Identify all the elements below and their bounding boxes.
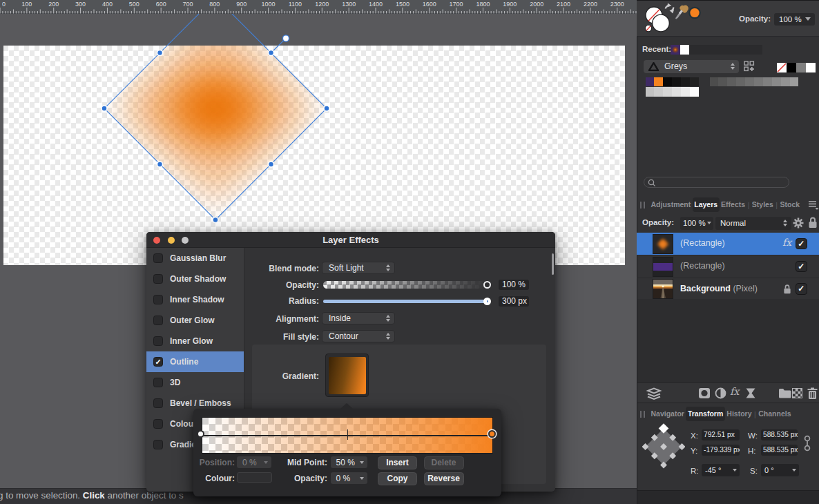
- layer-fx-icon[interactable]: fx: [730, 386, 740, 397]
- layer-settings-gear-icon[interactable]: [792, 217, 804, 229]
- palette-swatch[interactable]: [763, 77, 772, 86]
- insert-button[interactable]: Insert: [378, 456, 417, 469]
- layer-visibility-checkbox[interactable]: ✓: [796, 283, 807, 295]
- radius-slider[interactable]: [323, 300, 488, 303]
- effect-checkbox[interactable]: [153, 274, 163, 284]
- effect-checkbox[interactable]: [153, 398, 163, 408]
- effect-checkbox[interactable]: [153, 336, 163, 346]
- effect-checkbox[interactable]: [153, 378, 163, 387]
- transform-h-field[interactable]: 588.535 px: [761, 445, 798, 456]
- recent-swatch-white[interactable]: [680, 45, 690, 55]
- palette-swatch[interactable]: [654, 77, 663, 86]
- gradient-midpoint-marker[interactable]: [347, 429, 349, 440]
- blend-mode-dropdown[interactable]: Normal: [715, 217, 791, 230]
- layer-thumbnail-diamond[interactable]: [653, 234, 673, 254]
- recent-swatch-gradient[interactable]: [671, 45, 680, 55]
- link-dimensions-icon[interactable]: [803, 433, 811, 454]
- palette-swatch[interactable]: [663, 77, 672, 86]
- dialog-scrollbar[interactable]: [552, 253, 554, 275]
- fill-style-select[interactable]: Contour: [322, 330, 395, 342]
- effect-row-3d[interactable]: 3D: [146, 372, 244, 393]
- gradient-swatch-button[interactable]: [325, 353, 369, 397]
- anchor-point-selector[interactable]: [642, 421, 685, 472]
- effect-checkbox[interactable]: [153, 440, 163, 449]
- tab-layers[interactable]: Layers: [693, 197, 720, 212]
- transform-y-field[interactable]: -179.339 px: [702, 445, 740, 456]
- layer-row-2[interactable]: (Rectangle)✓: [637, 255, 819, 278]
- tab-stock[interactable]: Stock: [778, 197, 802, 212]
- layer-thumbnail-purple[interactable]: [653, 257, 673, 277]
- fill-stroke-selector[interactable]: [637, 1, 706, 37]
- mid-point-dropdown[interactable]: 50 %: [331, 456, 367, 468]
- transform-s-dropdown[interactable]: 0 °: [761, 464, 799, 476]
- transparency-icon[interactable]: [792, 388, 802, 398]
- palette-dropdown[interactable]: Greys: [644, 60, 739, 73]
- blend-mode-select[interactable]: Soft Light: [322, 262, 395, 274]
- effect-row-gaussian-blur[interactable]: Gaussian Blur: [146, 248, 244, 269]
- panel-grip[interactable]: [640, 202, 645, 209]
- effect-row-outer-shadow[interactable]: Outer Shadow: [146, 269, 244, 289]
- layer-thumbnail-photo[interactable]: [653, 279, 673, 299]
- palette-swatch[interactable]: [754, 77, 763, 86]
- delete-button[interactable]: Delete: [424, 456, 464, 469]
- tab-channels[interactable]: Channels: [757, 407, 793, 421]
- swatch-7F7F7F[interactable]: [796, 63, 806, 72]
- live-filter-icon[interactable]: [745, 387, 756, 399]
- stop-opacity-dropdown[interactable]: 0 %: [331, 472, 367, 484]
- effect-checkbox[interactable]: [153, 316, 163, 325]
- palette-swatch[interactable]: [745, 77, 754, 86]
- radius-value[interactable]: 300 px: [499, 296, 529, 307]
- tab-history[interactable]: History: [725, 407, 753, 421]
- tab-adjustment[interactable]: Adjustment: [649, 197, 693, 212]
- mask-icon[interactable]: [698, 387, 711, 399]
- palette-swatch[interactable]: [781, 77, 790, 86]
- palette-swatch[interactable]: [646, 87, 655, 96]
- alignment-select[interactable]: Inside: [322, 312, 395, 324]
- palette-swatch[interactable]: [654, 87, 663, 96]
- opacity-slider-handle[interactable]: [483, 281, 491, 289]
- panel-menu-icon[interactable]: [808, 200, 819, 210]
- effect-opacity-value[interactable]: 100 %: [499, 280, 529, 290]
- effect-checkbox[interactable]: [153, 253, 163, 263]
- palette-swatch[interactable]: [663, 87, 672, 96]
- layers-opacity-dropdown[interactable]: 100 %: [680, 217, 713, 230]
- palette-swatch[interactable]: [718, 77, 727, 86]
- palette-swatch[interactable]: [672, 87, 681, 96]
- palette-swatch[interactable]: [672, 77, 681, 86]
- layer-row-3[interactable]: Background (Pixel)✓: [637, 278, 819, 300]
- effect-row-inner-glow[interactable]: Inner Glow: [146, 331, 244, 351]
- tab-navigator[interactable]: Navigator: [649, 407, 686, 421]
- reverse-button[interactable]: Reverse: [424, 472, 464, 485]
- delete-layer-trash-icon[interactable]: [807, 387, 818, 400]
- transform-x-field[interactable]: 792.51 px: [702, 429, 740, 440]
- transform-r-dropdown[interactable]: -45 °: [702, 464, 740, 476]
- swatch-none[interactable]: [777, 63, 787, 72]
- dialog-titlebar[interactable]: Layer Effects: [146, 232, 555, 248]
- colour-opacity-dropdown[interactable]: 100 %: [774, 13, 815, 26]
- tab-styles[interactable]: Styles: [750, 197, 775, 212]
- effect-row-outline[interactable]: ✓Outline: [146, 351, 244, 372]
- palette-swatch[interactable]: [736, 77, 745, 86]
- lock-icon[interactable]: [808, 216, 818, 229]
- gradient-stop-end[interactable]: [488, 430, 496, 438]
- panel-grip[interactable]: [640, 411, 645, 418]
- layer-stack-icon[interactable]: [646, 387, 662, 400]
- palette-swatch[interactable]: [646, 77, 655, 86]
- palette-swatch[interactable]: [710, 77, 719, 86]
- palette-swatch[interactable]: [790, 77, 799, 86]
- palette-swatch[interactable]: [772, 77, 781, 86]
- palette-swatch[interactable]: [727, 77, 736, 86]
- palette-swatch[interactable]: [681, 77, 690, 86]
- layer-lock-icon[interactable]: [783, 284, 791, 298]
- layer-visibility-checkbox[interactable]: ✓: [796, 238, 807, 250]
- palette-swatch[interactable]: [690, 77, 699, 86]
- opacity-slider[interactable]: [323, 281, 488, 289]
- swatch-grid-add-icon[interactable]: [744, 61, 755, 72]
- group-folder-icon[interactable]: [778, 388, 791, 398]
- layer-visibility-checkbox[interactable]: ✓: [796, 261, 807, 273]
- effect-row-inner-shadow[interactable]: Inner Shadow: [146, 289, 244, 310]
- palette-swatch[interactable]: [681, 87, 690, 96]
- palette-swatch[interactable]: [690, 87, 699, 96]
- effect-row-outer-glow[interactable]: Outer Glow: [146, 310, 244, 331]
- layer-row-1[interactable]: (Rectangle)fx✓: [637, 233, 819, 255]
